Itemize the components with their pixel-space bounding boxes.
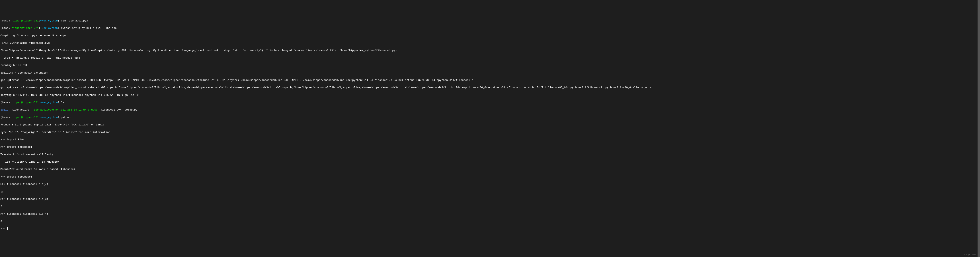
- prompt-line-3: (base) hipper@hipper-G21:~/ex_cython$ ls: [0, 101, 980, 104]
- prompt-path: ~/ex_cython: [40, 116, 58, 119]
- repl-result: 3: [0, 220, 980, 223]
- ls-file: setup.py: [125, 108, 137, 111]
- ls-sep: [29, 108, 32, 111]
- prompt-colon: :: [38, 101, 40, 104]
- output-copy: copying build/lib.linux-x86_64-cpython-3…: [0, 93, 980, 97]
- ls-output: build fibonacci.c fibonacci.cpython-311-…: [0, 108, 980, 112]
- scrollbar-track[interactable]: [978, 0, 980, 257]
- prompt-dollar: $: [58, 101, 61, 104]
- prompt-user: hipper@hipper-G21: [12, 19, 39, 22]
- command-text: python: [61, 116, 70, 119]
- prompt-base: (base): [0, 27, 12, 30]
- output-line: running build_ext: [0, 64, 980, 67]
- command-text: vim fibonacci.pyx: [61, 19, 88, 22]
- prompt-path: ~/ex_cython: [40, 19, 58, 22]
- repl-line: >>> import fibonacci: [0, 175, 980, 179]
- prompt-line-4: (base) hipper@hipper-G21:~/ex_cython$ py…: [0, 116, 980, 119]
- ls-file: fibonacci.pyx: [101, 108, 121, 111]
- ls-sep: [97, 108, 101, 111]
- ls-file: fibonacci.c: [12, 108, 29, 111]
- output-warning: tree = Parsing.p_module(s, pxd, full_mod…: [0, 56, 980, 60]
- repl-line: >>> import time: [0, 138, 980, 142]
- traceback-line: Traceback (most recent call last):: [0, 153, 980, 156]
- output-gcc: gcc -pthread -B /home/hipper/anaconda3/c…: [0, 86, 980, 89]
- output-line: Compiling fibonacci.pyx because it chang…: [0, 34, 980, 38]
- prompt-line-2: (base) hipper@hipper-G21:~/ex_cython$ py…: [0, 26, 980, 30]
- command-text: ls: [61, 101, 64, 104]
- traceback-error: ModuleNotFoundError: No module named 'fa…: [0, 168, 980, 171]
- output-line: building 'fibonacci' extension: [0, 71, 980, 75]
- prompt-dollar: $: [58, 116, 61, 119]
- prompt-base: (base): [0, 101, 12, 104]
- prompt-base: (base): [0, 116, 12, 119]
- prompt-colon: :: [38, 27, 40, 30]
- prompt-path: ~/ex_cython: [40, 27, 58, 30]
- ls-build-dir: build: [0, 108, 8, 111]
- prompt-colon: :: [38, 19, 40, 22]
- ls-sep: [121, 108, 125, 111]
- prompt-user: hipper@hipper-G21: [12, 27, 39, 30]
- output-gcc: gcc -pthread -B /home/hipper/anaconda3/c…: [0, 78, 980, 82]
- repl-line: >>> fibonacci.fibonacci_old(4): [0, 212, 980, 216]
- prompt-line-1: (base) hipper@hipper-G21:~/ex_cython$ vi…: [0, 19, 980, 23]
- ls-so-file: fibonacci.cpython-311-x86_64-linux-gnu.s…: [32, 108, 97, 111]
- repl-line: >>> fibonacci.fibonacci_old(7): [0, 182, 980, 186]
- repl-line: >>> import fabonacci: [0, 145, 980, 149]
- repl-result: 13: [0, 190, 980, 194]
- output-line: [1/1] Cythonizing fibonacci.pyx: [0, 41, 980, 45]
- scrollbar-thumb[interactable]: [978, 0, 980, 257]
- command-text: python setup.py build_ext --inplace: [61, 27, 116, 30]
- prompt-path: ~/ex_cython: [40, 101, 58, 104]
- ls-sep: [8, 108, 12, 111]
- repl-result: 2: [0, 205, 980, 208]
- repl-line: >>> fibonacci.fibonacci_old(3): [0, 197, 980, 201]
- watermark-text: CSDN @Eloudy: [963, 254, 976, 256]
- prompt-base: (base): [0, 19, 12, 22]
- cursor-icon: [7, 227, 8, 230]
- python-version: Python 3.11.5 (main, Sep 11 2023, 13:54:…: [0, 123, 980, 127]
- repl-prompt: >>>: [0, 227, 7, 230]
- repl-prompt-active[interactable]: >>>: [0, 227, 980, 231]
- prompt-user: hipper@hipper-G21: [12, 116, 39, 119]
- prompt-dollar: $: [58, 19, 61, 22]
- prompt-user: hipper@hipper-G21: [12, 101, 39, 104]
- prompt-colon: :: [38, 116, 40, 119]
- python-help: Type "help", "copyright", "credits" or "…: [0, 131, 980, 134]
- output-warning: /home/hipper/anaconda3/lib/python3.11/si…: [0, 49, 980, 52]
- traceback-line: File "<stdin>", line 1, in <module>: [0, 160, 980, 164]
- terminal-content[interactable]: (base) hipper@hipper-G21:~/ex_cython$ vi…: [0, 15, 980, 235]
- prompt-dollar: $: [58, 27, 61, 30]
